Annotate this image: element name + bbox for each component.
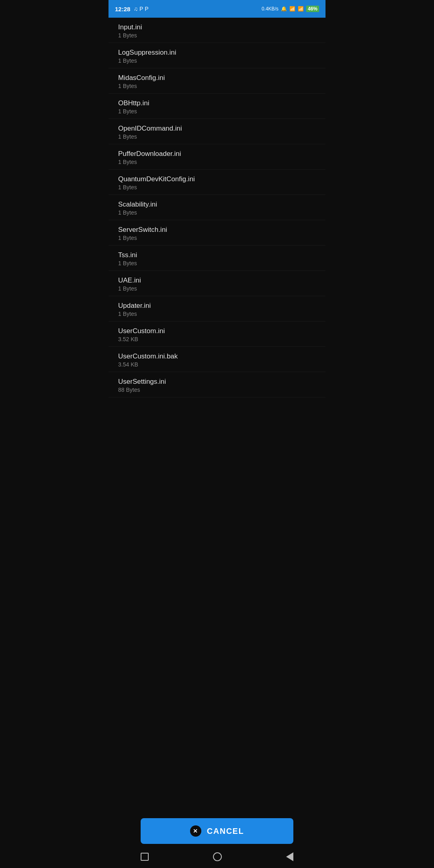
file-name: Scalability.ini <box>118 201 316 209</box>
list-item[interactable]: OBHttp.ini1 Bytes <box>108 94 326 119</box>
signal-icon: 📶 <box>289 6 295 12</box>
list-item[interactable]: PufferDownloader.ini1 Bytes <box>108 144 326 170</box>
status-left: 12:28 ♫ P P <box>115 6 149 12</box>
file-list: Input.ini1 BytesLogSuppression.ini1 Byte… <box>108 18 326 868</box>
status-right: 0.4KB/s 🔔 📶 📶 46% <box>262 6 319 12</box>
file-size: 1 Bytes <box>118 311 316 317</box>
list-item[interactable]: Updater.ini1 Bytes <box>108 296 326 321</box>
file-size: 1 Bytes <box>118 108 316 115</box>
file-name: UserCustom.ini <box>118 327 316 335</box>
file-name: Tss.ini <box>118 251 316 259</box>
list-item[interactable]: MidasConfig.ini1 Bytes <box>108 68 326 94</box>
file-size: 1 Bytes <box>118 285 316 292</box>
list-item[interactable]: LogSuppression.ini1 Bytes <box>108 43 326 68</box>
file-size: 1 Bytes <box>118 209 316 216</box>
list-item[interactable]: UserCustom.ini.bak3.54 KB <box>108 347 326 372</box>
music-icon: ♫ <box>133 6 138 12</box>
file-size: 3.52 KB <box>118 336 316 342</box>
file-name: QuantumDevKitConfig.ini <box>118 175 316 183</box>
file-size: 88 Bytes <box>118 387 316 393</box>
file-name: MidasConfig.ini <box>118 74 316 82</box>
status-time: 12:28 <box>115 6 130 12</box>
network-speed: 0.4KB/s <box>262 6 278 12</box>
back-icon <box>286 852 293 861</box>
file-name: Input.ini <box>118 23 316 31</box>
file-size: 1 Bytes <box>118 260 316 266</box>
wifi-icon: 📶 <box>298 6 304 12</box>
cancel-button[interactable]: CANCEL <box>141 818 293 844</box>
file-size: 1 Bytes <box>118 184 316 190</box>
p-icon-2: P <box>145 6 148 12</box>
notification-icon: 🔔 <box>281 6 287 12</box>
home-button[interactable] <box>203 849 231 864</box>
file-size: 1 Bytes <box>118 235 316 241</box>
cancel-x-icon <box>190 825 201 837</box>
file-name: OBHttp.ini <box>118 99 316 107</box>
battery-icon: 46% <box>306 6 319 12</box>
file-name: OpenIDCommand.ini <box>118 125 316 133</box>
p-icon-1: P <box>139 6 143 12</box>
recent-apps-button[interactable] <box>131 850 158 864</box>
list-item[interactable]: OpenIDCommand.ini1 Bytes <box>108 119 326 144</box>
list-item[interactable]: ServerSwitch.ini1 Bytes <box>108 220 326 246</box>
navigation-bar <box>108 845 326 868</box>
file-size: 3.54 KB <box>118 361 316 368</box>
list-item[interactable]: UAE.ini1 Bytes <box>108 271 326 296</box>
list-item[interactable]: Scalability.ini1 Bytes <box>108 195 326 220</box>
cancel-label: CANCEL <box>207 827 244 836</box>
file-name: Updater.ini <box>118 302 316 310</box>
file-name: UserCustom.ini.bak <box>118 352 316 360</box>
file-size: 1 Bytes <box>118 32 316 39</box>
list-item[interactable]: QuantumDevKitConfig.ini1 Bytes <box>108 170 326 195</box>
status-icons-left: ♫ P P <box>133 6 148 12</box>
file-name: ServerSwitch.ini <box>118 226 316 234</box>
list-item[interactable]: UserSettings.ini88 Bytes <box>108 372 326 397</box>
file-name: PufferDownloader.ini <box>118 150 316 158</box>
bottom-action-bar: CANCEL <box>108 818 326 844</box>
file-name: UAE.ini <box>118 276 316 285</box>
list-item[interactable]: UserCustom.ini3.52 KB <box>108 321 326 347</box>
file-name: LogSuppression.ini <box>118 49 316 57</box>
file-size: 1 Bytes <box>118 159 316 165</box>
file-size: 1 Bytes <box>118 57 316 64</box>
file-size: 1 Bytes <box>118 133 316 140</box>
status-bar: 12:28 ♫ P P 0.4KB/s 🔔 📶 📶 46% <box>108 0 326 18</box>
back-button[interactable] <box>276 849 303 864</box>
file-size: 1 Bytes <box>118 83 316 89</box>
home-icon <box>213 852 222 861</box>
list-item[interactable]: Tss.ini1 Bytes <box>108 246 326 271</box>
list-item[interactable]: Input.ini1 Bytes <box>108 18 326 43</box>
recent-apps-icon <box>141 853 149 861</box>
file-name: UserSettings.ini <box>118 378 316 386</box>
